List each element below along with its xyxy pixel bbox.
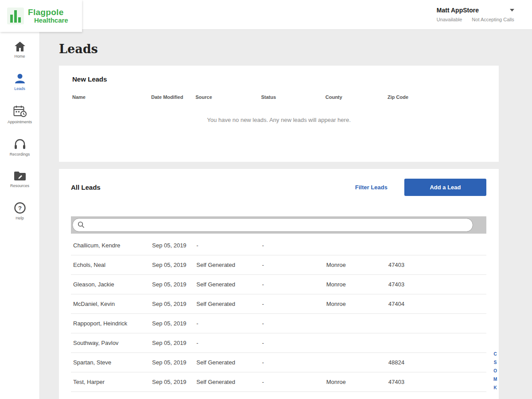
all-leads-title: All Leads: [71, 184, 101, 191]
lead-status: -: [262, 359, 326, 366]
column-header-zip: Zip Code: [387, 94, 485, 100]
table-row[interactable]: Test, Harper Sep 05, 2019 Self Generated…: [71, 372, 486, 392]
user-name: Matt AppStore: [437, 7, 479, 14]
lead-source: -: [196, 242, 262, 249]
all-leads-card: All Leads Filter Leads Add a Lead Challi…: [59, 169, 499, 399]
table-row[interactable]: McDaniel, Kevin Sep 05, 2019 Self Genera…: [71, 294, 486, 314]
lead-zip: 47403: [388, 281, 486, 288]
lead-source: Self Generated: [196, 301, 262, 307]
lead-name: Rappoport, Heindrick: [73, 320, 152, 327]
lead-zip: 47403: [388, 262, 486, 268]
sidebar-item-home[interactable]: Home: [0, 41, 39, 59]
lead-county: Monroe: [326, 262, 388, 268]
sidebar: Home Leads Appointments: [0, 30, 40, 399]
call-status: Not Accepting Calls: [472, 17, 514, 22]
lead-status: -: [262, 340, 326, 346]
lead-date: Sep 05, 2019: [152, 301, 196, 307]
brand-logo[interactable]: Flagpole Healthcare: [0, 0, 82, 32]
new-leads-header-row: Name Date Modified Source Status County …: [72, 94, 485, 100]
table-row[interactable]: Rappoport, Heindrick Sep 05, 2019 - -: [71, 314, 486, 333]
sidebar-item-label: Help: [16, 216, 24, 220]
alphabet-index-letter[interactable]: S: [494, 360, 497, 365]
lead-county: Monroe: [326, 379, 388, 385]
alphabet-index-letter[interactable]: K: [494, 385, 497, 390]
sidebar-item-label: Resources: [10, 184, 29, 188]
alphabet-index-letter[interactable]: M: [493, 377, 497, 382]
lead-name: Southway, Pavlov: [73, 340, 152, 346]
main-content: Leads New Leads Name Date Modified Sourc…: [40, 30, 532, 399]
lead-date: Sep 05, 2019: [152, 262, 196, 268]
headphones-icon: [14, 138, 26, 150]
new-leads-empty-message: You have no new leads. Any new leads wil…: [72, 117, 485, 123]
lead-date: Sep 05, 2019: [152, 340, 196, 346]
alphabet-index-letter[interactable]: O: [493, 368, 497, 373]
add-lead-button[interactable]: Add a Lead: [404, 179, 486, 196]
availability-status: Unavailable: [437, 17, 462, 22]
table-row[interactable]: Spartan, Steve Sep 05, 2019 Self Generat…: [71, 353, 486, 372]
lead-source: -: [196, 340, 262, 346]
column-header-county: County: [325, 94, 387, 100]
lead-date: Sep 05, 2019: [152, 359, 196, 366]
lead-date: Sep 05, 2019: [152, 281, 196, 288]
lead-zip: 47403: [388, 379, 486, 385]
chevron-down-icon[interactable]: [510, 9, 514, 12]
column-header-name: Name: [72, 94, 151, 100]
lead-zip: 47404: [388, 301, 486, 307]
lead-source: Self Generated: [196, 379, 262, 385]
sidebar-item-appointments[interactable]: Appointments: [0, 105, 39, 124]
lead-name: Test, Harper: [73, 379, 152, 385]
table-row[interactable]: Southway, Pavlov Sep 05, 2019 - -: [71, 333, 486, 353]
lead-source: Self Generated: [196, 359, 262, 366]
new-leads-card: New Leads Name Date Modified Source Stat…: [59, 66, 499, 162]
table-row[interactable]: Challicum, Kendre Sep 05, 2019 - -: [71, 236, 486, 255]
lead-date: Sep 05, 2019: [152, 379, 196, 385]
column-header-status: Status: [261, 94, 325, 100]
calendar-clock-icon: [13, 105, 27, 117]
sidebar-item-label: Home: [14, 54, 25, 59]
sidebar-item-help[interactable]: ? Help: [0, 202, 39, 220]
flagpole-logo-icon: [7, 8, 24, 24]
lead-date: Sep 05, 2019: [152, 320, 196, 327]
column-header-source: Source: [196, 94, 261, 100]
folder-pencil-icon: [14, 171, 26, 181]
lead-name: Challicum, Kendre: [73, 242, 152, 249]
alphabet-index-letter[interactable]: C: [494, 352, 497, 356]
lead-county: Monroe: [326, 281, 388, 288]
lead-status: -: [262, 281, 326, 288]
lead-status: -: [262, 320, 326, 327]
search-input[interactable]: [72, 218, 473, 232]
sidebar-item-label: Leads: [14, 86, 25, 91]
lead-date: Sep 05, 2019: [152, 242, 196, 249]
sidebar-item-label: Appointments: [8, 120, 32, 124]
sidebar-item-leads[interactable]: Leads: [0, 73, 39, 91]
lead-zip: 48824: [388, 359, 486, 366]
sidebar-item-label: Recordings: [10, 152, 30, 156]
person-icon: [14, 73, 26, 84]
lead-status: -: [262, 242, 326, 249]
home-icon: [14, 41, 26, 52]
sidebar-item-recordings[interactable]: Recordings: [0, 138, 39, 156]
brand-name-line2: Healthcare: [28, 17, 68, 24]
lead-source: Self Generated: [196, 281, 262, 288]
help-icon: ?: [14, 202, 26, 214]
svg-text:?: ?: [18, 205, 22, 211]
alphabet-index: C S O M K: [493, 352, 497, 390]
lead-status: -: [262, 301, 326, 307]
sidebar-item-resources[interactable]: Resources: [0, 171, 39, 188]
table-row[interactable]: Echols, Neal Sep 05, 2019 Self Generated…: [71, 255, 486, 275]
user-menu[interactable]: Matt AppStore Unavailable Not Accepting …: [437, 7, 514, 22]
brand-name-line1: Flagpole: [28, 8, 68, 17]
page-title: Leads: [59, 42, 499, 56]
lead-name: Gleason, Jackie: [73, 281, 152, 288]
lead-name: Echols, Neal: [73, 262, 152, 268]
column-header-date: Date Modified: [151, 94, 196, 100]
table-row[interactable]: Gleason, Jackie Sep 05, 2019 Self Genera…: [71, 275, 486, 294]
lead-name: Spartan, Steve: [73, 359, 152, 366]
new-leads-title: New Leads: [72, 75, 485, 83]
search-bar-strip: [71, 216, 486, 234]
lead-source: -: [196, 320, 262, 327]
filter-leads-link[interactable]: Filter Leads: [355, 184, 387, 191]
lead-name: McDaniel, Kevin: [73, 301, 152, 307]
lead-county: Monroe: [326, 301, 388, 307]
lead-source: Self Generated: [196, 262, 262, 268]
